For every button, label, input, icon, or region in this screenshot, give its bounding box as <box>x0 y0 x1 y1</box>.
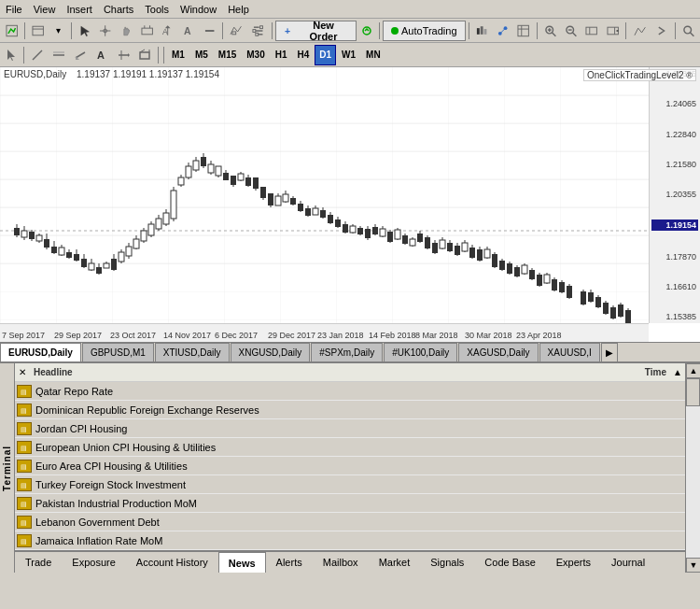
news-item-8[interactable]: ▤ Jamaica Inflation Rate MoM <box>15 531 685 550</box>
levels-btn[interactable]: A <box>158 21 177 41</box>
tab-news[interactable]: News <box>218 552 266 573</box>
chart-tab-uk100-daily[interactable]: #UK100,Daily <box>384 343 457 361</box>
period-d1[interactable]: D1 <box>315 45 336 65</box>
horiz-line-btn[interactable] <box>49 45 69 65</box>
font-btn[interactable]: A <box>178 21 198 41</box>
tab-mailbox[interactable]: Mailbox <box>313 552 369 573</box>
chart-scroll-btn[interactable] <box>581 21 601 41</box>
properties-btn[interactable] <box>248 21 268 41</box>
news-item-4[interactable]: ▤ Euro Area CPI Housing & Utilities <box>15 457 685 475</box>
cursor-arrow-btn[interactable] <box>2 45 21 65</box>
scroll-up-btn[interactable]: ▲ <box>686 363 700 378</box>
arrow-tool-btn[interactable] <box>113 45 133 65</box>
tab-experts[interactable]: Experts <box>546 552 601 573</box>
chart-tab-more[interactable]: ▶ <box>601 343 618 361</box>
news-content-area: ✕ Headline Time ▲ ▤ Qatar Repo Rate ▤ Do… <box>15 363 685 573</box>
period-m30[interactable]: M30 <box>242 45 269 65</box>
draw-tools-btn[interactable] <box>70 45 91 65</box>
period-m15[interactable]: M15 <box>214 45 241 65</box>
menu-help[interactable]: Help <box>222 2 255 17</box>
news-close-btn[interactable]: ✕ <box>15 367 30 377</box>
chart-tab-spxm-daily[interactable]: #SPXm,Daily <box>311 343 383 361</box>
menu-window[interactable]: Window <box>175 2 222 17</box>
tab-signals[interactable]: Signals <box>420 552 474 573</box>
template-btn[interactable] <box>513 21 533 41</box>
news-item-1[interactable]: ▤ Dominican Republic Foreign Exchange Re… <box>15 401 685 419</box>
svg-rect-131 <box>216 166 221 176</box>
chart-tab-gbpusd-m1[interactable]: GBPUSD,M1 <box>82 343 154 361</box>
tab-market[interactable]: Market <box>369 552 421 573</box>
chart-tab-xauusd[interactable]: XAUUSD,I <box>539 343 600 361</box>
menu-insert[interactable]: Insert <box>61 2 98 17</box>
news-list[interactable]: ▤ Qatar Repo Rate ▤ Dominican Republic F… <box>15 382 685 550</box>
line-btn[interactable] <box>200 21 219 41</box>
scrollbar-thumb[interactable] <box>686 378 700 406</box>
indicators-btn[interactable] <box>493 21 512 41</box>
type-icon-btn[interactable] <box>226 21 247 41</box>
menu-tools[interactable]: Tools <box>139 2 175 17</box>
profiles-button[interactable] <box>28 21 48 41</box>
period-m5[interactable]: M5 <box>190 45 213 65</box>
news-item-7[interactable]: ▤ Lebanon Government Debt <box>15 513 685 531</box>
tab-account-history[interactable]: Account History <box>126 552 218 573</box>
scroll-down-btn[interactable]: ▼ <box>686 558 700 573</box>
news-item-3[interactable]: ▤ European Union CPI Housing & Utilities <box>15 438 685 457</box>
search-btn[interactable] <box>679 21 698 41</box>
period-h1[interactable]: H1 <box>271 45 292 65</box>
tab-trade[interactable]: Trade <box>15 552 62 573</box>
hand-btn[interactable] <box>116 21 135 41</box>
svg-rect-207 <box>499 261 505 270</box>
text-tool-btn[interactable]: A <box>91 45 112 65</box>
new-order-button[interactable]: + New Order <box>275 21 357 41</box>
svg-rect-217 <box>537 275 542 286</box>
period-m1[interactable]: M1 <box>167 45 189 65</box>
chart-tab-xtiusd-daily[interactable]: XTIUSD,Daily <box>155 343 230 361</box>
dropdown-btn[interactable]: ▾ <box>49 21 68 41</box>
tab-code-base[interactable]: Code Base <box>474 552 545 573</box>
period-mn[interactable]: MN <box>361 45 385 65</box>
chart-tab-xagusd-daily[interactable]: XAGUSD,Daily <box>458 343 538 361</box>
new-chart-button[interactable] <box>2 21 21 41</box>
sep5-btn[interactable] <box>357 21 376 41</box>
tab-journal[interactable]: Journal <box>601 552 655 573</box>
news-item-6[interactable]: ▤ Pakistan Industrial Production MoM <box>15 494 685 513</box>
scrollbar-vertical[interactable]: ▲ ▼ <box>685 363 700 573</box>
autotrading-button[interactable]: AutoTrading <box>383 21 466 41</box>
news-item-2[interactable]: ▤ Jordan CPI Housing <box>15 419 685 438</box>
tab-exposure[interactable]: Exposure <box>62 552 125 573</box>
chart-type-btn[interactable] <box>471 21 491 41</box>
shape-tool-btn[interactable] <box>134 45 155 65</box>
crosshair-btn[interactable] <box>95 21 115 41</box>
news-item-5[interactable]: ▤ Turkey Foreign Stock Investment <box>15 475 685 494</box>
terminal-side-label[interactable]: Terminal <box>0 363 15 573</box>
svg-rect-167 <box>350 226 356 233</box>
chart-tab-eurusd-daily[interactable]: EURUSD,Daily <box>0 343 81 361</box>
svg-rect-121 <box>178 177 184 185</box>
svg-rect-23 <box>253 29 256 32</box>
period-h4[interactable]: H4 <box>293 45 315 65</box>
chart-right-btn[interactable] <box>603 21 623 41</box>
zoom-out-btn[interactable] <box>561 21 581 41</box>
svg-rect-63 <box>140 52 149 59</box>
period-sep-btn[interactable] <box>629 21 651 41</box>
svg-rect-28 <box>481 26 483 35</box>
zoom-in-btn[interactable] <box>540 21 560 41</box>
news-item-0[interactable]: ▤ Qatar Repo Rate <box>15 382 685 401</box>
menu-view[interactable]: View <box>28 2 62 17</box>
chart-tab-xngusd-daily[interactable]: XNGUSD,Daily <box>231 343 311 361</box>
zoom-btn[interactable] <box>137 21 157 41</box>
draw-line-btn[interactable] <box>27 45 48 65</box>
right-btn2[interactable] <box>651 21 671 41</box>
news-text-7: Lebanon Government Debt <box>35 517 683 528</box>
time-10: 30 Mar 2018 <box>465 331 512 340</box>
chart-corner-label: OneClickTradingLevel2 ® <box>583 69 696 81</box>
tab-alerts[interactable]: Alerts <box>266 552 313 573</box>
cursor-btn[interactable] <box>75 21 94 41</box>
candlestick-chart[interactable] <box>0 67 649 323</box>
menu-file[interactable]: File <box>0 2 28 17</box>
menu-charts[interactable]: Charts <box>98 2 139 17</box>
period-w1[interactable]: W1 <box>337 45 360 65</box>
chart-area[interactable]: EURUSD,Daily 1.19137 1.19191 1.19137 1.1… <box>0 67 700 343</box>
scrollbar-track[interactable] <box>686 378 700 558</box>
news-scroll-up[interactable]: ▲ <box>670 367 685 377</box>
